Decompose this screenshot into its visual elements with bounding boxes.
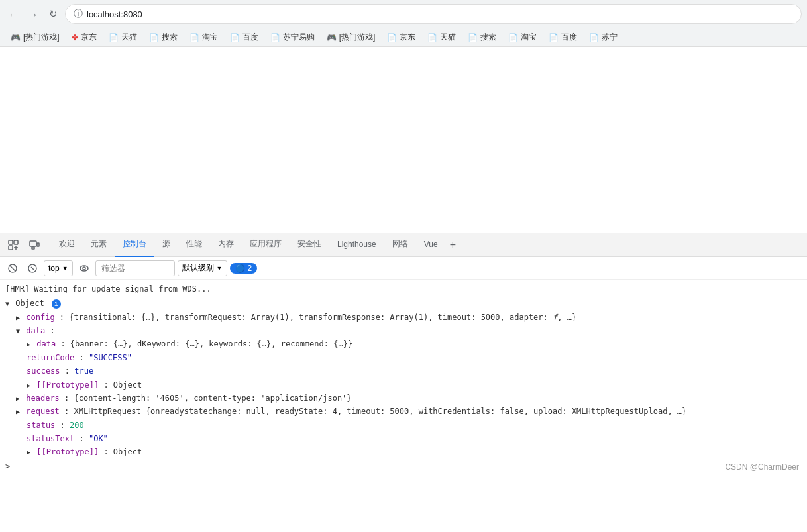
tab-welcome[interactable]: 欢迎	[51, 233, 83, 257]
bookmark-tianmao-1[interactable]: 📄 天猫	[103, 30, 142, 44]
tab-memory[interactable]: 内存	[210, 233, 242, 257]
inspect-element-button[interactable]	[3, 235, 24, 256]
nav-bar: ← → ↻ ⓘ localhost:8080	[0, 0, 807, 28]
bookmark-icon: 🎮	[327, 33, 337, 42]
bookmark-label: [热门游戏]	[339, 32, 376, 43]
tab-console[interactable]: 控制台	[115, 233, 154, 257]
tree-row-headers[interactable]: headers : {content-length: '4605', conte…	[11, 392, 807, 405]
bookmark-suning-1[interactable]: 📄 苏宁易购	[265, 30, 320, 44]
bookmark-label: 百度	[561, 32, 577, 43]
tree-row-object[interactable]: Object i	[0, 297, 807, 310]
tab-sources[interactable]: 源	[154, 233, 178, 257]
expand-arrow[interactable]	[16, 394, 20, 403]
bookmark-jd-1[interactable]: ✤ 京东	[66, 30, 102, 44]
bookmark-search-1[interactable]: 📄 搜索	[144, 30, 183, 44]
expand-arrow[interactable]	[16, 326, 20, 335]
bookmark-search-2[interactable]: 📄 搜索	[462, 30, 502, 44]
expand-arrow[interactable]	[16, 313, 20, 322]
tree-row-config[interactable]: config : {transitional: {…}, transformRe…	[11, 311, 807, 324]
url-text: localhost:8080	[87, 9, 142, 19]
expand-arrow[interactable]	[27, 447, 30, 456]
add-tab-button[interactable]: +	[446, 237, 460, 254]
error-icon: 🔵	[235, 264, 245, 273]
bookmark-label: 苏宁	[602, 32, 618, 43]
svg-point-12	[80, 266, 88, 271]
tree-row-prototype-data[interactable]: [[Prototype]] : Object	[21, 378, 807, 392]
expand-arrow[interactable]	[27, 339, 30, 348]
browser-chrome: ← → ↻ ⓘ localhost:8080 🎮 [热门游戏] ✤ 京东 📄 天…	[0, 0, 807, 47]
svg-rect-6	[32, 247, 34, 249]
device-toolbar-button[interactable]	[24, 235, 45, 256]
tree-row-data-data[interactable]: data : {banner: {…}, dKeyword: {…}, keyw…	[21, 337, 807, 350]
clear-console-button[interactable]	[4, 260, 21, 277]
bookmark-suning-2[interactable]: 📄 苏宁	[584, 30, 623, 44]
tab-lighthouse[interactable]: Lighthouse	[329, 233, 384, 257]
bookmark-taobao-1[interactable]: 📄 淘宝	[184, 30, 223, 44]
devtools-tabbar: 欢迎 元素 控制台 源 性能 内存 应用程序 安全性 Lighthouse 网络	[0, 233, 807, 257]
console-prompt[interactable]: >	[0, 459, 807, 474]
tab-security[interactable]: 安全性	[290, 233, 329, 257]
info-badge: i	[52, 299, 61, 309]
bookmark-label: 搜索	[162, 32, 178, 43]
forward-button[interactable]: →	[25, 6, 41, 22]
bookmark-taobao-2[interactable]: 📄 淘宝	[503, 30, 542, 44]
error-count: 2	[248, 264, 252, 273]
bookmark-baidu-1[interactable]: 📄 百度	[225, 30, 264, 44]
bookmark-icon: 🎮	[11, 33, 21, 42]
bookmark-icon: 📄	[230, 33, 240, 42]
refresh-button[interactable]: ↻	[45, 6, 61, 22]
bookmark-jd-2[interactable]: 📄 京东	[382, 30, 421, 44]
tree-row-prototype-root[interactable]: [[Prototype]] : Object	[21, 445, 807, 458]
tree-row-returncode: returnCode : "SUCCESS"	[21, 351, 807, 364]
context-selector[interactable]: top ▼	[44, 260, 73, 276]
level-label: 默认级别	[182, 262, 214, 274]
svg-rect-5	[30, 241, 36, 246]
dropdown-icon: ▼	[217, 265, 223, 272]
bookmark-hot-games-1[interactable]: 🎮 [热门游戏]	[5, 30, 65, 44]
expand-arrow[interactable]	[5, 299, 9, 308]
expand-arrow[interactable]	[27, 380, 30, 390]
tab-performance[interactable]: 性能	[178, 233, 210, 257]
filter-input[interactable]	[95, 260, 175, 276]
svg-rect-2	[14, 240, 18, 244]
bookmark-icon: 📄	[589, 33, 599, 42]
console-line-hmr: [HMR] Waiting for update signal from WDS…	[0, 282, 807, 297]
tree-row-request[interactable]: request : XMLHttpRequest {onreadystatech…	[11, 405, 807, 418]
bookmark-hot-games-2[interactable]: 🎮 [热门游戏]	[321, 30, 381, 44]
tab-elements[interactable]: 元素	[83, 233, 115, 257]
page-content	[0, 47, 807, 233]
bookmark-label: 天猫	[121, 32, 137, 43]
svg-rect-1	[9, 246, 13, 250]
level-selector[interactable]: 默认级别 ▼	[178, 260, 227, 276]
svg-rect-0	[9, 240, 13, 244]
address-bar[interactable]: ⓘ localhost:8080	[65, 4, 802, 24]
bookmark-label: 苏宁易购	[283, 32, 315, 43]
tab-separator	[48, 239, 48, 252]
tab-application[interactable]: 应用程序	[242, 233, 290, 257]
info-icon: ⓘ	[74, 8, 83, 20]
bookmark-icon: 📄	[149, 33, 159, 42]
tree-row-status: status : 200	[21, 419, 807, 432]
bookmark-baidu-2[interactable]: 📄 百度	[543, 30, 582, 44]
bookmark-label: 京东	[400, 32, 415, 43]
bookmark-icon: 📄	[387, 33, 397, 42]
tree-row-success: success : true	[21, 364, 807, 378]
bookmark-tianmao-2[interactable]: 📄 天猫	[422, 30, 461, 44]
error-count-badge[interactable]: 🔵 2	[230, 263, 258, 274]
back-button[interactable]: ←	[5, 6, 21, 22]
eye-button[interactable]	[76, 260, 93, 277]
watermark: CSDN @CharmDeer	[725, 462, 799, 472]
expand-arrow[interactable]	[16, 407, 20, 416]
tab-network[interactable]: 网络	[384, 233, 416, 257]
tab-vue[interactable]: Vue	[416, 233, 446, 257]
filter-button[interactable]	[24, 260, 41, 277]
bookmarks-bar: 🎮 [热门游戏] ✤ 京东 📄 天猫 📄 搜索 📄 淘宝 📄 百度 📄 苏宁易购	[0, 28, 807, 46]
bookmark-icon: 📄	[508, 33, 518, 42]
bookmark-icon: 📄	[109, 33, 119, 42]
bookmark-icon: 📄	[468, 33, 478, 42]
bookmark-label: 百度	[242, 32, 258, 43]
console-toolbar: top ▼ 默认级别 ▼ 🔵 2	[0, 257, 807, 280]
bookmark-label: 京东	[81, 32, 97, 43]
bookmark-label: 天猫	[440, 32, 456, 43]
tree-row-data-parent[interactable]: data :	[11, 324, 807, 337]
